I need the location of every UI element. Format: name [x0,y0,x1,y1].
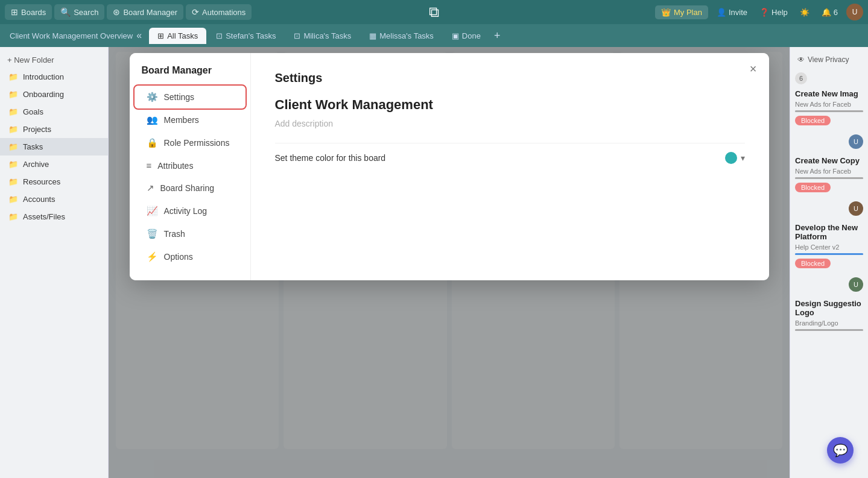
tab-done-icon: ▣ [452,31,459,40]
card-subtitle-4: Branding/Logo [795,319,863,327]
board-manager-label: Board Manager [123,8,177,17]
nav-left: ⊞ Boards 🔍 Search ⊛ Board Manager ⟳ Auto… [5,4,252,20]
tab-stefan[interactable]: ⊡ Stefan's Tasks [207,28,284,44]
modal-nav-members[interactable]: 👥 Members [135,108,246,131]
new-folder-button[interactable]: + New Folder [0,52,108,68]
boards-button[interactable]: ⊞ Boards [5,4,52,20]
search-button[interactable]: 🔍 Search [54,4,104,20]
eye-icon: 👁 [797,55,805,64]
modal-nav-trash[interactable]: 🗑️ Trash [135,222,246,245]
progress-bar-wrap-3 [795,253,863,255]
sidebar-item-goals[interactable]: 📁 Goals [0,103,108,121]
modal-nav-trash-label: Trash [164,229,185,239]
card-subtitle-2: New Ads for Faceb [795,168,863,175]
invite-label: Invite [729,8,747,17]
progress-bar-wrap-2 [795,177,863,179]
sidebar-item-label: Resources [23,177,60,186]
trash-icon: 🗑️ [147,228,158,239]
automations-button[interactable]: ⟳ Automations [186,4,252,20]
progress-bar-wrap-4 [795,329,863,331]
tab-milica-icon: ⊡ [294,31,300,40]
sidebar-item-archive[interactable]: 📁 Archive [0,156,108,173]
progress-bar-2 [795,177,863,179]
num-badge: 6 [795,72,807,84]
search-label: Search [74,8,98,17]
sidebar-item-label: Goals [23,107,43,116]
my-plan-button[interactable]: 👑 My Plan [655,5,708,19]
notifications-button[interactable]: ☀️ [796,5,813,19]
content-area: Board Manager ⚙️ Settings 👥 Members 🔒 Ro… [109,47,790,478]
breadcrumb-text: Client Work Management Overview [10,31,133,40]
bell-icon: 🔔 [822,8,831,17]
tab-melissa[interactable]: ▦ Melissa's Tasks [361,28,442,44]
sidebar: + New Folder 📁 Introduction 📁 Onboarding… [0,47,109,478]
boards-label: Boards [21,8,46,17]
card-title-2: Create New Copy [795,156,863,165]
blocked-badge-3: Blocked [795,259,831,268]
theme-color-row: Set theme color for this board ▾ [275,143,745,172]
folder-icon: 📁 [8,142,18,151]
automations-label: Automations [202,8,246,17]
card-subtitle: New Ads for Faceb [795,101,863,108]
add-tab-button[interactable]: + [490,30,504,42]
modal-nav-attributes-label: Attributes [157,161,193,171]
modal-nav-settings[interactable]: ⚙️ Settings [135,86,246,108]
board-name: Client Work Management [275,97,745,113]
chat-button[interactable]: 💬 [827,437,854,464]
modal-nav-attributes[interactable]: ≡ Attributes [135,154,246,177]
tab-done[interactable]: ▣ Done [443,28,489,44]
tab-all-tasks-icon: ⊞ [157,31,164,40]
automations-icon: ⟳ [192,7,199,17]
add-description-input[interactable]: Add description [275,119,745,128]
modal-nav-board-sharing-label: Board Sharing [160,183,215,193]
modal-nav-activity-log-label: Activity Log [164,206,207,216]
chat-icon: 💬 [833,443,848,458]
avatar[interactable]: U [846,4,863,20]
board-manager-modal: Board Manager ⚙️ Settings 👥 Members 🔒 Ro… [130,53,769,280]
right-card-2: Create New Copy New Ads for Faceb Blocke… [795,156,863,194]
card-subtitle-3: Help Center v2 [795,244,863,251]
modal-nav-activity-log[interactable]: 📈 Activity Log [135,200,246,222]
sidebar-item-introduction[interactable]: 📁 Introduction [0,68,108,86]
tab-milica[interactable]: ⊡ Milica's Tasks [285,28,360,44]
modal-nav-role-permissions[interactable]: 🔒 Role Permissions [135,131,246,154]
help-button[interactable]: ❓ Help [756,5,791,19]
sidebar-item-projects[interactable]: 📁 Projects [0,121,108,138]
sidebar-item-tasks[interactable]: 📁 Tasks [0,138,108,156]
sidebar-item-label: Archive [23,160,49,169]
progress-bar-wrap [795,110,863,112]
board-manager-icon: ⊛ [113,7,120,17]
invite-button[interactable]: 👤 Invite [713,5,751,19]
crown-icon: 👑 [661,8,671,17]
tab-milica-label: Milica's Tasks [303,31,351,40]
tab-stefan-icon: ⊡ [216,31,223,40]
tab-bar: Client Work Management Overview « ⊞ All … [0,24,868,47]
modal-nav-role-permissions-label: Role Permissions [164,138,230,148]
sidebar-item-accounts[interactable]: 📁 Accounts [0,190,108,208]
bell-button[interactable]: 🔔 6 [818,5,841,19]
theme-color-label: Set theme color for this board [275,153,386,163]
settings-icon: ⚙️ [147,92,158,102]
sidebar-item-resources[interactable]: 📁 Resources [0,173,108,190]
tab-done-label: Done [462,31,481,40]
view-privacy-button[interactable]: 👁 View Privacy [795,52,863,68]
modal-nav-options[interactable]: ⚡ Options [135,245,246,268]
sidebar-item-onboarding[interactable]: 📁 Onboarding [0,86,108,103]
modal-close-button[interactable]: × [750,63,757,75]
board-manager-button[interactable]: ⊛ Board Manager [107,4,183,20]
modal-nav-board-sharing[interactable]: ↗ Board Sharing [135,177,246,200]
sidebar-item-assets-files[interactable]: 📁 Assets/Files [0,208,108,225]
sidebar-item-label: Assets/Files [23,212,65,221]
modal-nav-settings-label: Settings [164,92,195,102]
progress-bar-4 [795,329,863,331]
tab-all-tasks[interactable]: ⊞ All Tasks [149,28,206,44]
color-picker[interactable]: ▾ [725,152,745,164]
right-card-1: Create New Imag New Ads for Faceb Blocke… [795,89,863,127]
back-button[interactable]: « [136,30,142,41]
modal-nav-options-label: Options [164,252,193,262]
avatar-small-1: U [849,134,863,149]
avatar-small-3: U [849,277,863,292]
card-title: Create New Imag [795,89,863,98]
invite-icon: 👤 [717,8,726,17]
chevron-down-icon[interactable]: ▾ [741,153,745,163]
